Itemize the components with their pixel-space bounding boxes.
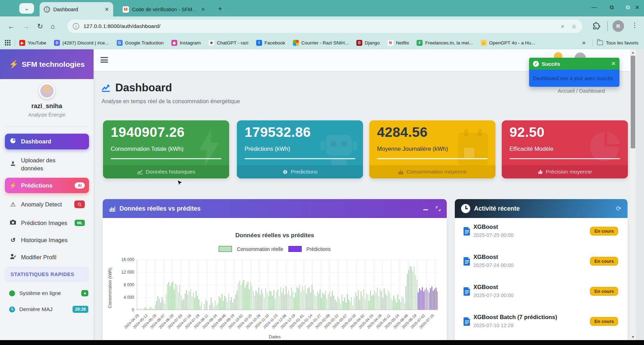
sidebar-item-upload[interactable]: Uploader des données (5, 153, 89, 176)
stat-card-total-consumption[interactable]: 1940907.26 Consommation Totale (kWh) Don… (103, 120, 229, 178)
tab-verification[interactable]: M Code de vérification - SFMtech ✕ (118, 2, 210, 16)
home-icon[interactable]: ⌂ (51, 22, 55, 30)
sidebar-item-predictions[interactable]: ⚡ Prédictions AI (5, 178, 89, 193)
hamburger-menu-icon[interactable] (101, 57, 108, 63)
bookmark-item[interactable]: DDjango (356, 40, 380, 46)
chart-bar (402, 296, 403, 310)
stat-card-model-efficiency[interactable]: 92.50 Efficacité Modèle Précision moyenn… (502, 120, 628, 178)
chart-bar (366, 294, 367, 310)
card-footer[interactable]: Consommation moyenne (369, 165, 495, 178)
activity-list-item[interactable]: XGBoost2025-07-25 00:00En cours (455, 223, 628, 247)
sidebar-item-edit-profile[interactable]: Modifier Profil (5, 251, 89, 264)
bookmark-item[interactable]: ☺OpenGPT 4o - a Hu... (481, 40, 535, 46)
card-label: Consommation Totale (kWh) (111, 146, 184, 152)
zoom-out-icon[interactable]: ⌕ (561, 23, 564, 30)
chart-bar (427, 290, 429, 310)
restore-window-icon[interactable]: ⧉ (610, 4, 614, 10)
url-text[interactable]: 127.0.0.1:8000/auth/dashboard/ (83, 23, 554, 29)
bookmark-item[interactable]: FFreelances.tn, la mei... (417, 40, 473, 46)
tab-search-chevron-button[interactable]: ⌄ (19, 3, 34, 14)
stat-card-daily-average[interactable]: 4284.56 Moyenne Journalière (kWh) Consom… (369, 120, 495, 178)
forward-icon[interactable]: → (22, 22, 29, 30)
chart-panel-body: Données réelles vs prédites Consommation… (103, 218, 447, 340)
ml-badge: ML (75, 220, 85, 226)
apps-grid-icon[interactable] (5, 40, 11, 45)
chart-bar (151, 307, 152, 310)
bookmark-item[interactable]: ▶YouTube (19, 40, 46, 46)
stat-card-predictions[interactable]: 179532.86 Prédictions (kWh) Predictions (237, 120, 363, 178)
close-window-icon[interactable]: ✕ (635, 4, 639, 11)
tab-dashboard[interactable]: Dashboard ✕ (40, 2, 113, 16)
chart-bar (310, 293, 311, 310)
chart-bar (237, 291, 238, 310)
activity-panel-title: Activité récente (474, 205, 520, 212)
chart-bar (197, 296, 198, 310)
breadcrumb[interactable]: Accueil / Dashboard (558, 88, 605, 94)
sidebar-item-anomaly-detect[interactable]: ⚠ Anomaly Detect (5, 198, 89, 211)
activity-title: XGBoost (473, 284, 498, 290)
page-scrollbar[interactable]: ▲ ▼ (630, 49, 636, 340)
bookmarks-overflow-chevrons[interactable]: » (582, 39, 585, 46)
chart-bar (316, 296, 317, 310)
scrollbar-thumb[interactable] (631, 56, 635, 148)
expand-panel-icon[interactable] (436, 206, 440, 211)
all-favorites-label[interactable]: Tous les favoris (606, 40, 638, 45)
bookmark-item[interactable]: fFacebook (256, 40, 285, 46)
chart-bar (377, 288, 378, 310)
activity-list-item[interactable]: XGBoost2025-07-24 00:00En cours (455, 253, 628, 277)
address-bar[interactable]: i 127.0.0.1:8000/auth/dashboard/ ⌕ ☆ (67, 20, 582, 33)
close-tab-icon[interactable]: ✕ (104, 6, 109, 13)
bookmark-item[interactable]: ◉Instagram (171, 40, 201, 46)
back-icon[interactable]: ← (8, 22, 15, 30)
chart-bar (230, 300, 231, 310)
restore-host-icon[interactable]: ⧉ (626, 4, 630, 10)
close-toast-icon[interactable]: ✕ (611, 61, 616, 67)
sidebar-item-label: Prédictions (21, 182, 53, 189)
chart-bar (212, 303, 213, 310)
freelances-icon: F (417, 40, 423, 46)
browser-toolbar: ← → ↻ ⌂ i 127.0.0.1:8000/auth/dashboard/… (0, 16, 644, 36)
scroll-up-icon[interactable]: ▲ (630, 51, 636, 54)
new-tab-button[interactable]: + (218, 5, 222, 13)
chart-bar (356, 296, 357, 310)
sidebar-item-label: Modifier Profil (21, 254, 56, 261)
activity-list-item[interactable]: XGBoost Batch (7 prédictions)2025-07-10 … (455, 313, 628, 338)
reload-icon[interactable]: ↻ (37, 22, 43, 30)
chart-bar (280, 287, 281, 310)
chart-bar (376, 293, 377, 310)
activity-list-item[interactable]: XGBoost2025-07-23 00:00En cours (455, 283, 628, 308)
site-info-icon[interactable]: i (73, 23, 79, 29)
chart-bar (281, 293, 282, 310)
sidebar-item-dashboard[interactable]: Dashboard (5, 134, 89, 149)
y-tick-label: 8 000 (116, 282, 134, 287)
collapse-panel-icon[interactable] (423, 209, 428, 210)
scroll-down-icon[interactable]: ▼ (630, 335, 636, 339)
chart-bar (204, 304, 205, 310)
status-badge: En cours (590, 257, 618, 266)
browser-profile-avatar[interactable]: R (612, 20, 624, 32)
legend-label: Prédictions (307, 246, 331, 252)
card-footer[interactable]: Predictions (237, 165, 363, 178)
bookmark-item[interactable]: NNetflix (388, 40, 409, 46)
bookmark-item[interactable]: D(4287) Discord | #ce... (54, 40, 109, 46)
minimize-window-icon[interactable]: — (591, 4, 597, 10)
bookmark-item[interactable]: GGoogle Traduction (117, 40, 164, 46)
bookmark-item[interactable]: ✳ChatGPT - razi (208, 40, 248, 46)
bookmark-item[interactable]: Courrier - Razi SNIH... (293, 40, 349, 46)
card-footer[interactable]: Données historiques (103, 165, 229, 178)
card-footer[interactable]: Précision moyenne (502, 165, 628, 178)
chart-bar (166, 294, 167, 310)
sidebar-item-prediction-images[interactable]: Prédiction Images ML (5, 216, 89, 230)
extensions-icon[interactable] (593, 22, 601, 30)
chart-bar (260, 295, 261, 310)
close-tab-icon[interactable]: ✕ (201, 6, 205, 13)
sidebar-item-image-history[interactable]: ↺ Historique Images (5, 234, 89, 246)
browser-menu-icon[interactable]: ⋮ (631, 21, 638, 29)
chart-bar (294, 298, 295, 310)
refresh-icon[interactable]: ⟳ (616, 205, 621, 212)
file-icon (464, 287, 471, 296)
bookmark-star-icon[interactable]: ☆ (571, 23, 577, 30)
chart-bar (303, 290, 304, 310)
clock-icon (461, 204, 470, 213)
chart-bar (206, 301, 207, 310)
